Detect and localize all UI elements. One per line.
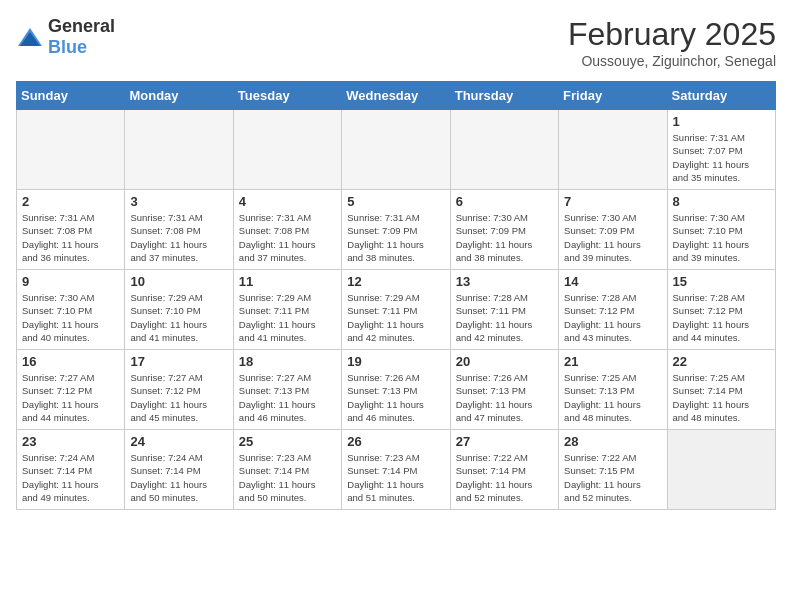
day-number: 1	[673, 114, 770, 129]
title-area: February 2025 Oussouye, Ziguinchor, Sene…	[568, 16, 776, 69]
day-number: 15	[673, 274, 770, 289]
day-info: Sunrise: 7:31 AM Sunset: 7:09 PM Dayligh…	[347, 211, 444, 264]
calendar-cell: 4Sunrise: 7:31 AM Sunset: 7:08 PM Daylig…	[233, 190, 341, 270]
day-number: 26	[347, 434, 444, 449]
calendar-cell: 5Sunrise: 7:31 AM Sunset: 7:09 PM Daylig…	[342, 190, 450, 270]
day-info: Sunrise: 7:28 AM Sunset: 7:11 PM Dayligh…	[456, 291, 553, 344]
week-row-2: 2Sunrise: 7:31 AM Sunset: 7:08 PM Daylig…	[17, 190, 776, 270]
day-number: 2	[22, 194, 119, 209]
day-number: 7	[564, 194, 661, 209]
weekday-header-saturday: Saturday	[667, 82, 775, 110]
day-info: Sunrise: 7:28 AM Sunset: 7:12 PM Dayligh…	[564, 291, 661, 344]
weekday-header-thursday: Thursday	[450, 82, 558, 110]
calendar-table: SundayMondayTuesdayWednesdayThursdayFrid…	[16, 81, 776, 510]
day-number: 10	[130, 274, 227, 289]
calendar-cell: 19Sunrise: 7:26 AM Sunset: 7:13 PM Dayli…	[342, 350, 450, 430]
day-info: Sunrise: 7:28 AM Sunset: 7:12 PM Dayligh…	[673, 291, 770, 344]
day-info: Sunrise: 7:23 AM Sunset: 7:14 PM Dayligh…	[239, 451, 336, 504]
day-number: 8	[673, 194, 770, 209]
day-number: 25	[239, 434, 336, 449]
day-info: Sunrise: 7:27 AM Sunset: 7:12 PM Dayligh…	[130, 371, 227, 424]
day-info: Sunrise: 7:29 AM Sunset: 7:10 PM Dayligh…	[130, 291, 227, 344]
day-info: Sunrise: 7:27 AM Sunset: 7:12 PM Dayligh…	[22, 371, 119, 424]
day-info: Sunrise: 7:30 AM Sunset: 7:10 PM Dayligh…	[673, 211, 770, 264]
weekday-header-tuesday: Tuesday	[233, 82, 341, 110]
day-info: Sunrise: 7:22 AM Sunset: 7:15 PM Dayligh…	[564, 451, 661, 504]
calendar-cell: 11Sunrise: 7:29 AM Sunset: 7:11 PM Dayli…	[233, 270, 341, 350]
calendar-cell: 7Sunrise: 7:30 AM Sunset: 7:09 PM Daylig…	[559, 190, 667, 270]
day-number: 9	[22, 274, 119, 289]
week-row-5: 23Sunrise: 7:24 AM Sunset: 7:14 PM Dayli…	[17, 430, 776, 510]
weekday-header-wednesday: Wednesday	[342, 82, 450, 110]
day-number: 23	[22, 434, 119, 449]
calendar-cell: 21Sunrise: 7:25 AM Sunset: 7:13 PM Dayli…	[559, 350, 667, 430]
day-info: Sunrise: 7:31 AM Sunset: 7:08 PM Dayligh…	[130, 211, 227, 264]
day-info: Sunrise: 7:25 AM Sunset: 7:14 PM Dayligh…	[673, 371, 770, 424]
day-info: Sunrise: 7:26 AM Sunset: 7:13 PM Dayligh…	[347, 371, 444, 424]
location-subtitle: Oussouye, Ziguinchor, Senegal	[568, 53, 776, 69]
day-number: 19	[347, 354, 444, 369]
day-number: 14	[564, 274, 661, 289]
calendar-cell: 13Sunrise: 7:28 AM Sunset: 7:11 PM Dayli…	[450, 270, 558, 350]
weekday-header-friday: Friday	[559, 82, 667, 110]
calendar-cell: 27Sunrise: 7:22 AM Sunset: 7:14 PM Dayli…	[450, 430, 558, 510]
day-info: Sunrise: 7:29 AM Sunset: 7:11 PM Dayligh…	[239, 291, 336, 344]
calendar-cell	[559, 110, 667, 190]
calendar-cell: 17Sunrise: 7:27 AM Sunset: 7:12 PM Dayli…	[125, 350, 233, 430]
day-info: Sunrise: 7:22 AM Sunset: 7:14 PM Dayligh…	[456, 451, 553, 504]
week-row-4: 16Sunrise: 7:27 AM Sunset: 7:12 PM Dayli…	[17, 350, 776, 430]
calendar-cell: 23Sunrise: 7:24 AM Sunset: 7:14 PM Dayli…	[17, 430, 125, 510]
day-info: Sunrise: 7:24 AM Sunset: 7:14 PM Dayligh…	[22, 451, 119, 504]
calendar-cell: 24Sunrise: 7:24 AM Sunset: 7:14 PM Dayli…	[125, 430, 233, 510]
calendar-cell: 20Sunrise: 7:26 AM Sunset: 7:13 PM Dayli…	[450, 350, 558, 430]
calendar-cell	[125, 110, 233, 190]
calendar-cell: 16Sunrise: 7:27 AM Sunset: 7:12 PM Dayli…	[17, 350, 125, 430]
calendar-cell: 22Sunrise: 7:25 AM Sunset: 7:14 PM Dayli…	[667, 350, 775, 430]
calendar-cell: 26Sunrise: 7:23 AM Sunset: 7:14 PM Dayli…	[342, 430, 450, 510]
calendar-cell	[342, 110, 450, 190]
day-number: 12	[347, 274, 444, 289]
logo: General Blue	[16, 16, 115, 58]
calendar-cell: 18Sunrise: 7:27 AM Sunset: 7:13 PM Dayli…	[233, 350, 341, 430]
day-info: Sunrise: 7:30 AM Sunset: 7:10 PM Dayligh…	[22, 291, 119, 344]
calendar-cell: 12Sunrise: 7:29 AM Sunset: 7:11 PM Dayli…	[342, 270, 450, 350]
day-number: 20	[456, 354, 553, 369]
day-number: 6	[456, 194, 553, 209]
calendar-cell	[17, 110, 125, 190]
weekday-header-sunday: Sunday	[17, 82, 125, 110]
week-row-1: 1Sunrise: 7:31 AM Sunset: 7:07 PM Daylig…	[17, 110, 776, 190]
day-number: 17	[130, 354, 227, 369]
month-title: February 2025	[568, 16, 776, 53]
day-number: 28	[564, 434, 661, 449]
day-info: Sunrise: 7:31 AM Sunset: 7:08 PM Dayligh…	[22, 211, 119, 264]
calendar-cell: 6Sunrise: 7:30 AM Sunset: 7:09 PM Daylig…	[450, 190, 558, 270]
calendar-cell: 28Sunrise: 7:22 AM Sunset: 7:15 PM Dayli…	[559, 430, 667, 510]
day-info: Sunrise: 7:27 AM Sunset: 7:13 PM Dayligh…	[239, 371, 336, 424]
day-info: Sunrise: 7:25 AM Sunset: 7:13 PM Dayligh…	[564, 371, 661, 424]
day-info: Sunrise: 7:29 AM Sunset: 7:11 PM Dayligh…	[347, 291, 444, 344]
day-info: Sunrise: 7:30 AM Sunset: 7:09 PM Dayligh…	[456, 211, 553, 264]
calendar-cell: 25Sunrise: 7:23 AM Sunset: 7:14 PM Dayli…	[233, 430, 341, 510]
calendar-cell: 1Sunrise: 7:31 AM Sunset: 7:07 PM Daylig…	[667, 110, 775, 190]
week-row-3: 9Sunrise: 7:30 AM Sunset: 7:10 PM Daylig…	[17, 270, 776, 350]
day-number: 24	[130, 434, 227, 449]
day-number: 5	[347, 194, 444, 209]
day-number: 4	[239, 194, 336, 209]
day-info: Sunrise: 7:31 AM Sunset: 7:08 PM Dayligh…	[239, 211, 336, 264]
weekday-header-monday: Monday	[125, 82, 233, 110]
calendar-cell	[233, 110, 341, 190]
day-info: Sunrise: 7:31 AM Sunset: 7:07 PM Dayligh…	[673, 131, 770, 184]
logo-icon	[16, 26, 44, 48]
day-number: 11	[239, 274, 336, 289]
calendar-cell	[667, 430, 775, 510]
calendar-cell: 9Sunrise: 7:30 AM Sunset: 7:10 PM Daylig…	[17, 270, 125, 350]
calendar-cell: 14Sunrise: 7:28 AM Sunset: 7:12 PM Dayli…	[559, 270, 667, 350]
calendar-cell: 3Sunrise: 7:31 AM Sunset: 7:08 PM Daylig…	[125, 190, 233, 270]
header: General Blue February 2025 Oussouye, Zig…	[16, 16, 776, 69]
day-number: 21	[564, 354, 661, 369]
day-number: 27	[456, 434, 553, 449]
calendar-cell: 15Sunrise: 7:28 AM Sunset: 7:12 PM Dayli…	[667, 270, 775, 350]
weekday-header-row: SundayMondayTuesdayWednesdayThursdayFrid…	[17, 82, 776, 110]
day-number: 16	[22, 354, 119, 369]
calendar-cell: 10Sunrise: 7:29 AM Sunset: 7:10 PM Dayli…	[125, 270, 233, 350]
